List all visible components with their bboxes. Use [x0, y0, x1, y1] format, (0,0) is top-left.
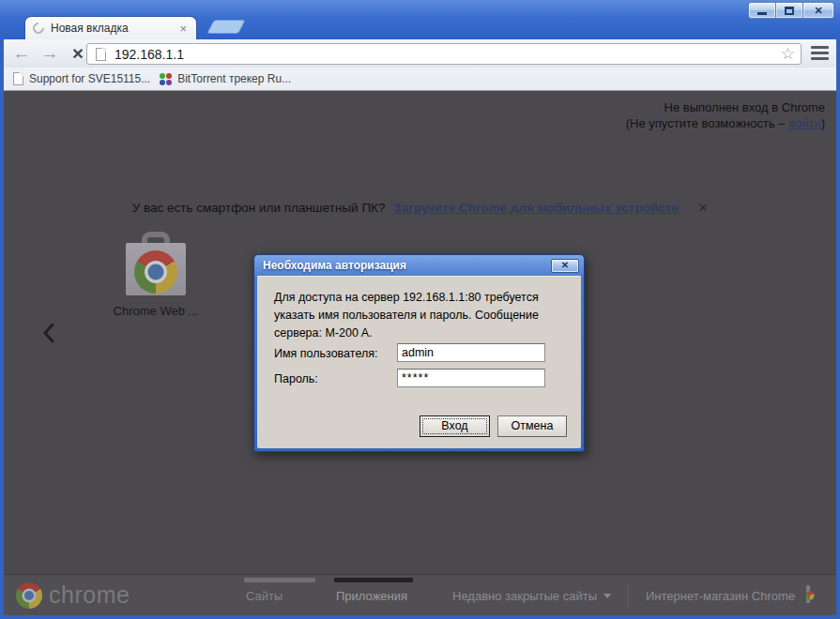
tab-close-icon[interactable]: ×	[177, 23, 189, 35]
close-window-button[interactable]: ✕	[802, 2, 834, 19]
webstore-tile-label: Chrome Web ...	[104, 304, 207, 318]
bookmark-label: BitTorrent трекер Ru...	[177, 72, 291, 85]
auth-dialog-title: Необходима авторизация	[263, 259, 551, 272]
browser-toolbar: ← → ✕ 192.168.1.1 ☆	[4, 39, 836, 68]
promo-text: У вас есть смартфон или планшетный ПК?	[132, 201, 386, 215]
tab-title: Новая вкладка	[51, 22, 177, 35]
webstore-footer-link[interactable]: Интернет-магазин Chrome	[646, 589, 795, 603]
tab-loading-icon	[31, 21, 47, 37]
signin-notice: Не выполнен вход в Chrome (Не упустите в…	[626, 99, 825, 131]
chrome-logo-icon	[16, 582, 42, 609]
chrome-menu-button[interactable]	[811, 46, 829, 60]
tab-label: Приложения	[334, 589, 413, 603]
username-label: Имя пользователя:	[274, 347, 377, 360]
password-label: Пароль:	[274, 372, 318, 385]
auth-dialog-body: Для доступа на сервер 192.168.1.1:80 тре…	[257, 276, 581, 448]
tab-indicator	[244, 578, 315, 582]
tab-apps[interactable]: Приложения	[334, 575, 413, 603]
bookmark-star-icon[interactable]: ☆	[781, 46, 795, 62]
window-frame-right	[836, 39, 840, 619]
back-button[interactable]: ←	[9, 39, 34, 68]
address-bar[interactable]: 192.168.1.1 ☆	[86, 43, 802, 65]
signin-line2-suffix: )	[821, 116, 825, 130]
window-titlebar: ✕ Новая вкладка ×	[0, 0, 840, 39]
mobile-chrome-promo: У вас есть смартфон или планшетный ПК? З…	[4, 201, 836, 215]
username-field[interactable]	[397, 343, 545, 362]
auth-dialog: Необходима авторизация ✕ Для доступа на …	[253, 254, 585, 452]
divider	[628, 583, 629, 608]
forward-button[interactable]: →	[38, 39, 62, 68]
bookmark-item[interactable]: BitTorrent трекер Ru...	[160, 72, 291, 85]
bookmark-item[interactable]: Support for SVE15115...	[13, 72, 150, 85]
minimize-button[interactable]	[748, 2, 776, 19]
recently-closed-dropdown[interactable]: Недавно закрытые сайты	[452, 589, 597, 603]
footer-right-links: Недавно закрытые сайты Интернет-магазин …	[452, 575, 825, 615]
window-frame-bottom	[0, 615, 840, 619]
signin-line2: (Не упустите возможность –	[626, 116, 788, 130]
tab-indicator-active	[334, 578, 413, 582]
maximize-button[interactable]	[775, 2, 803, 19]
bittorrent-favicon	[160, 73, 172, 85]
auth-dialog-close-button[interactable]: ✕	[551, 259, 579, 273]
tab-label: Сайты	[244, 589, 315, 603]
maximize-icon	[785, 7, 794, 15]
browser-window: ✕ Новая вкладка × ← → ✕ 192.168.1.1 ☆ Su…	[0, 0, 840, 619]
page-switch-left-arrow[interactable]	[41, 322, 55, 348]
cancel-button[interactable]: Отмена	[497, 415, 567, 437]
auth-dialog-message: Для доступа на сервер 192.168.1.1:80 тре…	[274, 289, 573, 342]
window-frame-left	[0, 39, 4, 619]
signin-line1: Не выполнен вход в Chrome	[664, 100, 825, 114]
chrome-web-store-tile[interactable]: Chrome Web ...	[122, 232, 190, 318]
signin-link[interactable]: войти	[788, 116, 820, 130]
close-icon: ✕	[561, 261, 569, 270]
close-icon: ✕	[814, 6, 822, 16]
bookmark-label: Support for SVE15115...	[29, 72, 150, 85]
page-icon	[96, 48, 106, 61]
newtab-section-tabs: Сайты Приложения	[244, 575, 413, 603]
newtab-footer: chrome Сайты Приложения Недавно закрытые…	[4, 574, 836, 615]
bookmarks-bar: Support for SVE15115... BitTorrent треке…	[4, 68, 836, 91]
window-controls: ✕	[749, 2, 834, 19]
tab-sites[interactable]: Сайты	[244, 575, 315, 603]
chrome-brand-text: chrome	[49, 581, 130, 609]
page-icon	[13, 72, 23, 85]
password-field[interactable]	[397, 369, 545, 387]
url-text[interactable]: 192.168.1.1	[115, 47, 781, 62]
chevron-down-icon[interactable]	[603, 594, 611, 598]
auth-dialog-titlebar[interactable]: Необходима авторизация ✕	[254, 255, 584, 276]
login-button[interactable]: Вход	[420, 415, 490, 437]
webstore-bag-icon	[126, 243, 186, 295]
browser-tab[interactable]: Новая вкладка ×	[24, 16, 197, 39]
promo-close-icon[interactable]: ✕	[697, 201, 708, 215]
promo-link[interactable]: Загрузите Chrome для мобильных устройств	[393, 201, 679, 215]
new-tab-button[interactable]	[206, 20, 246, 34]
minimize-icon	[757, 12, 767, 15]
chrome-logo-icon	[134, 250, 177, 294]
webstore-mini-icon[interactable]	[806, 587, 825, 605]
